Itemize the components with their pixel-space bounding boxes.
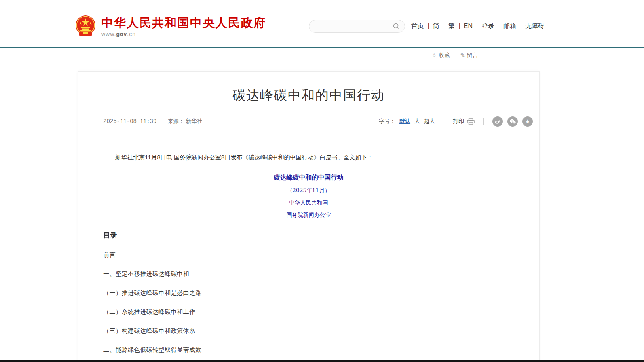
toc-item: （二）系统推进碳达峰碳中和工作 xyxy=(103,308,514,316)
print-label: 打印 xyxy=(453,118,464,125)
toc-item: （三）构建碳达峰碳中和政策体系 xyxy=(103,327,514,335)
weibo-icon[interactable] xyxy=(492,116,503,127)
site-header: 中华人民共和国中央人民政府 www.gov.cn 首页简繁EN登录邮箱无障碍 xyxy=(0,0,644,47)
font-size-label: 字号： xyxy=(379,118,395,125)
comment-button[interactable]: ✎ 留言 xyxy=(460,52,478,59)
star-outline-icon: ☆ xyxy=(431,52,437,59)
article-meta-left: 2025-11-08 11:39 来源： 新华社 xyxy=(103,118,202,125)
comment-label: 留言 xyxy=(467,52,478,59)
toc-title: 目录 xyxy=(103,231,514,240)
print-button[interactable]: 打印 xyxy=(453,118,475,125)
page-actions: ☆ 收藏 ✎ 留言 xyxy=(431,52,478,59)
header-divider-line xyxy=(0,47,644,48)
article-body: 新华社北京11月8日电 国务院新闻办公室8日发布《碳达峰碳中和的中国行动》白皮书… xyxy=(78,153,539,362)
font-size-default[interactable]: 默认 xyxy=(399,118,410,125)
article-meta-row: 2025-11-08 11:39 来源： 新华社 字号： 默认 大 超大 打印 xyxy=(103,116,533,127)
nav-separator xyxy=(428,23,429,29)
meta-divider-line xyxy=(103,132,514,132)
favorite-button[interactable]: ☆ 收藏 xyxy=(431,52,450,59)
star-share-icon[interactable]: ★ xyxy=(522,116,533,127)
vertical-divider xyxy=(483,118,484,125)
nav-separator xyxy=(444,23,444,29)
nav-simplified[interactable]: 简 xyxy=(433,22,439,30)
favorite-label: 收藏 xyxy=(439,52,450,59)
nav-separator xyxy=(477,23,477,29)
window-bottom-edge xyxy=(0,360,644,362)
national-emblem-logo xyxy=(75,15,96,38)
site-url: www.gov.cn xyxy=(101,31,266,37)
article-title: 碳达峰碳中和的中国行动 xyxy=(78,87,539,104)
nav-traditional[interactable]: 繁 xyxy=(448,22,455,30)
font-size-xlarge[interactable]: 超大 xyxy=(424,118,435,125)
nav-home[interactable]: 首页 xyxy=(411,22,424,30)
nav-accessibility[interactable]: 无障碍 xyxy=(525,22,544,30)
document-org-line2: 国务院新闻办公室 xyxy=(103,212,514,219)
source: 来源： 新华社 xyxy=(167,118,202,125)
font-size-large[interactable]: 大 xyxy=(414,118,420,125)
nav-mail[interactable]: 邮箱 xyxy=(503,22,516,30)
search-icon[interactable] xyxy=(393,23,400,30)
article-card: 碳达峰碳中和的中国行动 2025-11-08 11:39 来源： 新华社 字号：… xyxy=(78,71,540,362)
top-nav: 首页简繁EN登录邮箱无障碍 xyxy=(411,22,544,30)
pencil-icon: ✎ xyxy=(460,52,465,59)
nav-login[interactable]: 登录 xyxy=(482,22,494,30)
search-box[interactable] xyxy=(309,20,405,33)
search-input[interactable] xyxy=(314,23,393,29)
nav-separator xyxy=(459,23,460,29)
publish-date: 2025-11-08 11:39 xyxy=(103,118,156,125)
header-right: 首页简繁EN登录邮箱无障碍 xyxy=(309,19,544,33)
toc-item: （一）推进碳达峰碳中和是必由之路 xyxy=(103,289,514,297)
nav-separator xyxy=(521,23,521,29)
document-org-line1: 中华人民共和国 xyxy=(103,199,514,207)
site-brand[interactable]: 中华人民共和国中央人民政府 www.gov.cn xyxy=(75,15,266,38)
toc-item: 二、能源绿色低碳转型取得显著成效 xyxy=(103,346,514,354)
document-title: 碳达峰碳中和的中国行动 xyxy=(103,174,514,182)
vertical-divider xyxy=(444,118,444,125)
nav-english[interactable]: EN xyxy=(464,23,473,30)
site-title: 中华人民共和国中央人民政府 xyxy=(101,16,266,29)
printer-icon xyxy=(467,118,475,125)
toc-item: 前言 xyxy=(103,251,514,259)
nav-separator xyxy=(499,23,499,29)
intro-paragraph: 新华社北京11月8日电 国务院新闻办公室8日发布《碳达峰碳中和的中国行动》白皮书… xyxy=(103,153,514,163)
share-icons: ★ xyxy=(492,116,533,127)
document-date: （2025年11月） xyxy=(103,187,514,194)
toc-item: 一、坚定不移推进碳达峰碳中和 xyxy=(103,270,514,278)
wechat-icon[interactable] xyxy=(507,116,518,127)
article-meta-controls: 字号： 默认 大 超大 打印 xyxy=(379,116,533,127)
